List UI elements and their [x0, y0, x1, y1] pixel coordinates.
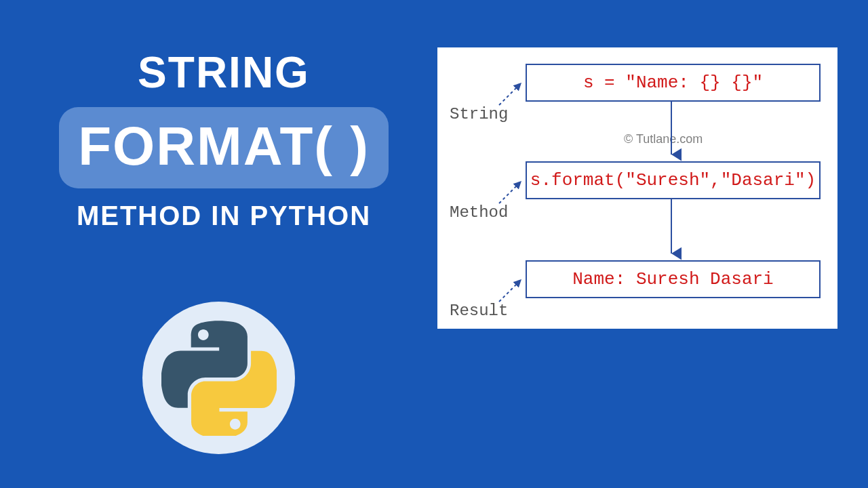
title-pill: FORMAT( ): [59, 107, 389, 188]
flow-arrow-1: [661, 102, 682, 163]
box-string: s = "Name: {} {}": [526, 64, 821, 102]
python-logo-icon: [161, 321, 277, 436]
title-block: STRING FORMAT( ) METHOD IN PYTHON: [47, 47, 400, 231]
title-bottom: METHOD IN PYTHON: [47, 201, 400, 231]
flow-arrow-2: [661, 199, 682, 262]
dashed-arrow-result: [496, 271, 530, 305]
title-top: STRING: [47, 47, 400, 98]
diagram-panel: s = "Name: {} {}" s.format("Suresh","Das…: [437, 47, 837, 329]
dashed-arrow-method: [496, 173, 530, 207]
dashed-arrow-string: [496, 75, 530, 108]
python-logo-circle: [142, 302, 295, 454]
box-result: Name: Suresh Dasari: [526, 260, 821, 298]
box-method: s.format("Suresh","Dasari"): [526, 161, 821, 199]
